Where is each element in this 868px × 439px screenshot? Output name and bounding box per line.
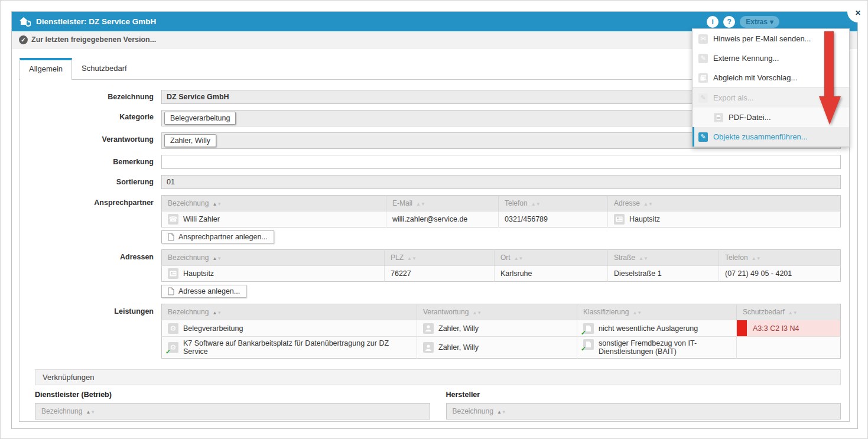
new-page-icon	[168, 287, 174, 295]
close-icon[interactable]: ✕	[852, 7, 864, 19]
column-header-klassifizierung[interactable]: Klassifizierung▲▼	[577, 304, 737, 320]
menu-item-export-als: ✎ Export als...	[693, 87, 849, 108]
add-adresse-button[interactable]: Adresse anlegen...	[161, 285, 246, 298]
page-title: Dienstleister: DZ Service GmbH	[36, 17, 156, 26]
leistungen-header-row: Bezeichnung▲▼ Verantwortung▲▼ Klassifizi…	[162, 304, 841, 320]
new-page-icon	[168, 233, 174, 241]
menu-item-externe-kennung[interactable]: ✎ Externe Kennung...	[693, 48, 849, 68]
column-header-schutzbedarf[interactable]: Schutzbedarf▲▼	[737, 304, 841, 320]
column-header-verantwortung[interactable]: Verantwortung▲▼	[417, 304, 577, 320]
pdf-file-icon	[714, 113, 723, 122]
export-icon: ✎	[698, 93, 708, 103]
ansprechpartner-table: Bezeichnung▲▼ E-Mail▲▼ Telefon▲▼ Adresse…	[161, 195, 841, 227]
column-header-plz[interactable]: PLZ▲▼	[385, 250, 495, 266]
table-row[interactable]: ⚙✓K7 Software auf Bankarbeitsplatz für D…	[162, 337, 841, 359]
pencil-square-icon: ✎	[698, 54, 708, 63]
verknuepfungen-header: Verknüpfungen	[35, 369, 841, 385]
sort-icon: ▲▼	[643, 201, 653, 207]
dienstleister-betrieb-label: Dienstleister (Betrieb)	[35, 391, 430, 399]
dienstleister-betrieb-table-header[interactable]: Bezeichnung▲▼	[35, 403, 430, 420]
column-header-telefon[interactable]: Telefon▲▼	[499, 196, 608, 212]
menu-item-abgleich-vorschlag[interactable]: Abgleich mit Vorschlag...	[693, 68, 849, 87]
extras-menu: ✉ Hinweis per E-Mail senden... ✎ Externe…	[692, 28, 850, 147]
sort-icon: ▲▼	[497, 409, 506, 415]
info-icon[interactable]: i	[707, 16, 719, 28]
menu-item-pdf-datei[interactable]: PDF-Datei...	[693, 108, 849, 127]
kategorie-chip[interactable]: Belegverarbeitung	[164, 112, 236, 125]
merge-edit-icon: ✎	[698, 132, 708, 142]
app-window-backdrop: Dienstleister: DZ Service GmbH i ? Extra…	[0, 0, 868, 439]
check-icon: ✓	[581, 329, 586, 337]
tab-schutzbedarf[interactable]: Schutzbedarf	[72, 57, 136, 79]
column-header-email[interactable]: E-Mail▲▼	[386, 196, 499, 212]
menu-item-hinweis-email[interactable]: ✉ Hinweis per E-Mail senden...	[693, 29, 849, 48]
table-row[interactable]: ☎Willi Zahler willi.zahler@service.de 03…	[162, 212, 841, 227]
sort-icon: ▲▼	[639, 256, 648, 261]
sort-icon: ▲▼	[86, 409, 95, 415]
column-header-strasse[interactable]: Straße▲▼	[608, 250, 719, 266]
sort-icon: ▲▼	[212, 310, 222, 316]
check-circle-icon: ✓	[19, 35, 28, 44]
adressen-label: Adressen	[19, 249, 161, 265]
sort-icon: ▲▼	[212, 256, 222, 261]
column-header-bezeichnung[interactable]: Bezeichnung▲▼	[162, 250, 385, 266]
sortierung-field: 01	[161, 175, 841, 189]
service-gear-icon: ⚙	[168, 323, 178, 334]
tab-allgemein[interactable]: Allgemein	[19, 58, 72, 80]
adressen-table: Bezeichnung▲▼ PLZ▲▼ Ort▲▼ Straße▲▼ Telef…	[161, 249, 841, 282]
ansprechpartner-header-row: Bezeichnung▲▼ E-Mail▲▼ Telefon▲▼ Adresse…	[162, 196, 841, 212]
sortierung-label: Sortierung	[19, 175, 161, 189]
adressen-header-row: Bezeichnung▲▼ PLZ▲▼ Ort▲▼ Straße▲▼ Telef…	[162, 250, 841, 266]
check-icon: ✓	[581, 345, 586, 353]
person-icon	[423, 323, 434, 334]
column-header-bezeichnung[interactable]: Bezeichnung▲▼	[162, 304, 417, 320]
column-header-adresse[interactable]: Adresse▲▼	[608, 196, 841, 212]
leistungen-label: Leistungen	[19, 304, 161, 319]
copy-icon	[698, 73, 708, 83]
leistungen-table: Bezeichnung▲▼ Verantwortung▲▼ Klassifizi…	[161, 304, 841, 359]
contact-phone-icon: ☎	[168, 214, 178, 225]
bezeichnung-label: Bezeichnung	[19, 90, 161, 104]
sort-icon: ▲▼	[531, 201, 541, 207]
address-card-icon	[168, 268, 178, 279]
sort-icon: ▲▼	[472, 310, 482, 316]
verantwortung-chip[interactable]: Zahler, Willy	[164, 134, 216, 147]
add-ansprechpartner-button[interactable]: Ansprechpartner anlegen...	[161, 230, 274, 243]
extras-button[interactable]: Extras▾	[740, 16, 779, 28]
sort-icon: ▲▼	[788, 310, 798, 316]
hersteller-label: Hersteller	[446, 391, 841, 399]
sort-icon: ▲▼	[407, 256, 417, 261]
bemerkung-label: Bemerkung	[19, 155, 161, 169]
sort-icon: ▲▼	[212, 201, 222, 207]
column-header-bezeichnung[interactable]: Bezeichnung▲▼	[162, 196, 386, 212]
column-header-telefon[interactable]: Telefon▲▼	[719, 250, 841, 266]
sort-icon: ▲▼	[632, 310, 642, 316]
verantwortung-label: Verantwortung	[19, 132, 161, 147]
last-released-version-link[interactable]: Zur letzten freigegebenen Version...	[31, 35, 156, 44]
dienstleister-house-icon	[19, 17, 31, 27]
classification-doc-icon: ✓	[583, 323, 594, 334]
sort-icon: ▲▼	[752, 256, 761, 261]
help-icon[interactable]: ?	[723, 16, 735, 28]
bemerkung-input[interactable]	[161, 155, 841, 169]
chevron-down-icon: ▾	[770, 18, 773, 26]
table-row[interactable]: Hauptsitz 76227 Karlsruhe Dieselstraße 1…	[162, 266, 841, 282]
column-header-ort[interactable]: Ort▲▼	[495, 250, 608, 266]
check-icon: ✓	[165, 348, 171, 356]
kategorie-label: Kategorie	[19, 110, 161, 124]
service-gear-icon: ⚙✓	[168, 342, 178, 353]
table-row[interactable]: ⚙Belegverarbeitung Zahler, Willy ✓nicht …	[162, 320, 841, 337]
verknuepfungen-section: Verknüpfungen Dienstleister (Betrieb) Be…	[35, 369, 841, 420]
sort-icon: ▲▼	[514, 256, 524, 261]
ansprechpartner-label: Ansprechpartner	[19, 195, 161, 210]
menu-item-objekte-zusammenfuehren[interactable]: ✎ Objekte zusammenführen...	[693, 127, 849, 147]
sort-icon: ▲▼	[416, 201, 425, 207]
person-icon	[423, 342, 434, 353]
schutzbedarf-red-indicator	[737, 320, 747, 336]
classification-doc-icon: ✓	[583, 339, 594, 350]
hersteller-table-header[interactable]: Bezeichnung▲▼	[446, 403, 841, 420]
envelope-icon: ✉	[698, 34, 708, 44]
address-card-icon	[614, 214, 625, 225]
